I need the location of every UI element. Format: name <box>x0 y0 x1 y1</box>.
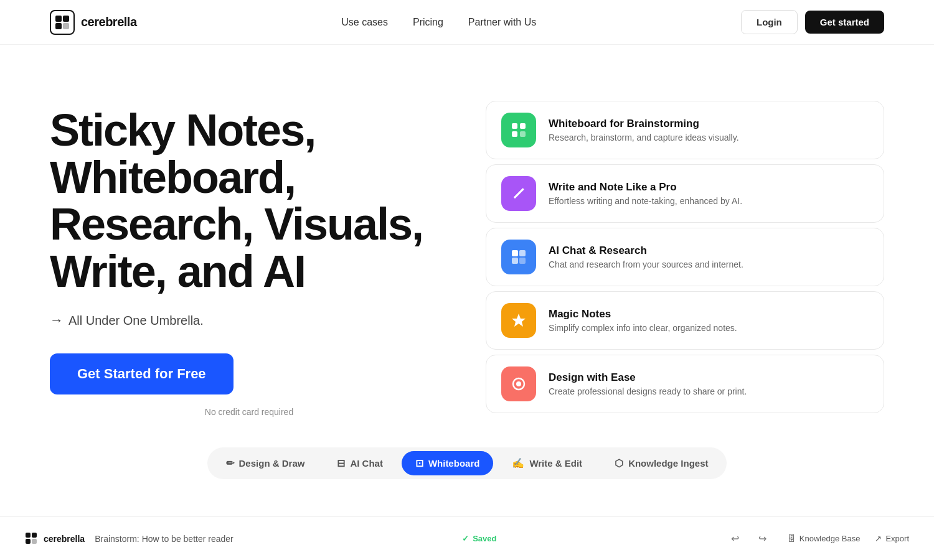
svg-rect-8 <box>512 250 518 256</box>
write-text: Write and Note Like a Pro Effortless wri… <box>549 181 742 206</box>
tab-design-draw-label: Design & Draw <box>239 458 305 469</box>
bottom-tabs-section: ✏ Design & Draw ⊟ AI Chat ⊡ Whiteboard ✍… <box>0 447 934 479</box>
feature-cards: Whiteboard for Brainstorming Research, b… <box>486 95 884 413</box>
knowledge-base-label: Knowledge Base <box>800 534 861 543</box>
export-label: Export <box>885 534 909 543</box>
feature-card-ai-chat[interactable]: AI Chat & Research Chat and research fro… <box>486 228 884 286</box>
svg-rect-3 <box>63 23 69 29</box>
tab-whiteboard-label: Whiteboard <box>428 458 480 469</box>
feature-desc-whiteboard: Research, brainstorm, and capture ideas … <box>549 133 739 142</box>
undo-redo-group: ↩ ↪ <box>725 529 773 549</box>
navbar: cerebrella Use cases Pricing Partner wit… <box>0 0 934 45</box>
bottom-bar-logo: cerebrella <box>25 532 85 546</box>
nav-buttons: Login Get started <box>741 10 884 34</box>
svg-rect-2 <box>55 23 62 29</box>
svg-rect-15 <box>26 533 31 538</box>
tab-ai-chat-label: AI Chat <box>350 458 383 469</box>
no-credit-text: No credit card required <box>50 407 448 417</box>
whiteboard-text: Whiteboard for Brainstorming Research, b… <box>549 118 739 142</box>
tab-ai-chat[interactable]: ⊟ AI Chat <box>323 451 397 475</box>
bottom-bar-right: ↩ ↪ 🗄 Knowledge Base ↗ Export <box>725 529 909 549</box>
svg-rect-9 <box>519 250 526 256</box>
export-button[interactable]: ↗ Export <box>875 534 909 543</box>
hero-title: Sticky Notes, Whiteboard, Research, Visu… <box>50 107 448 295</box>
logo-text: cerebrella <box>81 15 137 29</box>
bottom-bar-left: cerebrella Brainstorm: How to be better … <box>25 532 234 546</box>
bottom-bar: cerebrella Brainstorm: How to be better … <box>0 516 934 560</box>
tab-whiteboard[interactable]: ⊡ Whiteboard <box>402 451 494 475</box>
write-edit-icon: ✍ <box>512 457 524 469</box>
magic-notes-icon <box>501 303 536 338</box>
feature-title-design: Design with Ease <box>549 371 747 384</box>
feature-card-write[interactable]: Write and Note Like a Pro Effortless wri… <box>486 164 884 223</box>
feature-card-design[interactable]: Design with Ease Create professional des… <box>486 355 884 413</box>
design-text: Design with Ease Create professional des… <box>549 371 747 396</box>
tab-design-draw[interactable]: ✏ Design & Draw <box>212 451 319 475</box>
svg-rect-16 <box>32 533 37 538</box>
document-title: Brainstorm: How to be better reader <box>95 534 234 544</box>
svg-rect-17 <box>26 539 31 544</box>
feature-desc-magic: Simplify complex info into clear, organi… <box>549 323 737 333</box>
arrow-icon: → <box>50 312 64 329</box>
whiteboard-tab-icon: ⊡ <box>415 457 423 469</box>
svg-rect-11 <box>519 258 526 264</box>
saved-label: Saved <box>473 534 496 543</box>
svg-rect-5 <box>520 123 526 129</box>
knowledge-base-icon: 🗄 <box>788 534 796 543</box>
svg-rect-6 <box>512 131 517 137</box>
feature-card-magic-notes[interactable]: Magic Notes Simplify complex info into c… <box>486 291 884 350</box>
hero-left: Sticky Notes, Whiteboard, Research, Visu… <box>50 95 448 417</box>
whiteboard-icon <box>501 113 536 147</box>
nav-links: Use cases Pricing Partner with Us <box>341 17 536 28</box>
feature-title-write: Write and Note Like a Pro <box>549 181 742 194</box>
knowledge-ingest-icon: ⬡ <box>615 457 623 469</box>
feature-desc-design: Create professional designs ready to sha… <box>549 386 747 396</box>
bottom-logo-text: cerebrella <box>44 534 85 544</box>
design-draw-icon: ✏ <box>226 457 234 469</box>
svg-rect-1 <box>63 16 69 22</box>
feature-title-ai-chat: AI Chat & Research <box>549 245 743 257</box>
feature-card-whiteboard[interactable]: Whiteboard for Brainstorming Research, b… <box>486 101 884 159</box>
hero-section: Sticky Notes, Whiteboard, Research, Visu… <box>0 45 934 454</box>
feature-title-magic: Magic Notes <box>549 308 737 320</box>
write-icon <box>501 176 536 211</box>
saved-indicator: ✓ Saved <box>462 534 496 543</box>
svg-point-14 <box>516 381 521 386</box>
svg-rect-18 <box>32 539 37 544</box>
saved-checkmark: ✓ <box>462 534 469 543</box>
hero-subtitle: → All Under One Umbrella. <box>50 312 448 329</box>
export-icon: ↗ <box>875 534 882 543</box>
tab-knowledge-ingest[interactable]: ⬡ Knowledge Ingest <box>601 451 722 475</box>
bottom-tabs: ✏ Design & Draw ⊟ AI Chat ⊡ Whiteboard ✍… <box>207 447 727 479</box>
tab-write-edit[interactable]: ✍ Write & Edit <box>498 451 596 475</box>
feature-desc-write: Effortless writing and note-taking, enha… <box>549 196 742 206</box>
redo-button[interactable]: ↪ <box>753 529 773 549</box>
svg-marker-12 <box>512 314 526 327</box>
logo-icon <box>50 10 75 35</box>
get-started-nav-button[interactable]: Get started <box>805 11 884 34</box>
undo-button[interactable]: ↩ <box>725 529 745 549</box>
feature-title-whiteboard: Whiteboard for Brainstorming <box>549 118 739 130</box>
ai-chat-tab-icon: ⊟ <box>337 457 345 469</box>
tab-write-edit-label: Write & Edit <box>529 458 582 469</box>
ai-chat-text: AI Chat & Research Chat and research fro… <box>549 245 743 269</box>
nav-partner[interactable]: Partner with Us <box>468 17 536 28</box>
svg-rect-10 <box>512 258 518 264</box>
nav-pricing[interactable]: Pricing <box>413 17 443 28</box>
knowledge-base-button[interactable]: 🗄 Knowledge Base <box>788 534 861 543</box>
svg-rect-7 <box>520 131 526 137</box>
tab-knowledge-ingest-label: Knowledge Ingest <box>628 458 708 469</box>
svg-rect-0 <box>55 16 62 22</box>
design-icon <box>501 366 536 401</box>
magic-notes-text: Magic Notes Simplify complex info into c… <box>549 308 737 333</box>
cta-button[interactable]: Get Started for Free <box>50 353 234 394</box>
feature-desc-ai-chat: Chat and research from your sources and … <box>549 259 743 269</box>
login-button[interactable]: Login <box>741 10 798 34</box>
svg-rect-4 <box>512 123 517 129</box>
hero-subtitle-text: All Under One Umbrella. <box>68 314 204 328</box>
ai-chat-icon <box>501 240 536 274</box>
logo[interactable]: cerebrella <box>50 10 137 35</box>
nav-use-cases[interactable]: Use cases <box>341 17 388 28</box>
cta-block: Get Started for Free No credit card requ… <box>50 353 448 417</box>
